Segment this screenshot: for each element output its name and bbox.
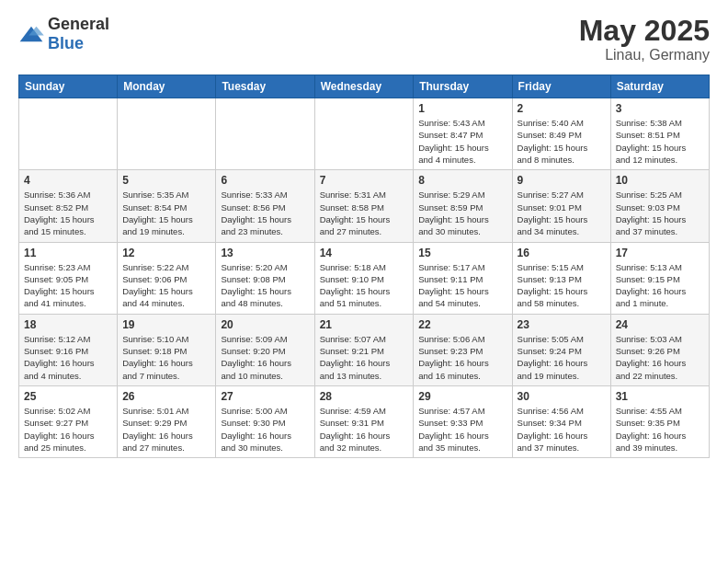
day-number: 29 [418,390,506,403]
logo-icon [18,24,44,44]
day-info: Sunrise: 5:33 AM Sunset: 8:56 PM Dayligh… [221,189,309,237]
day-number: 1 [418,102,506,115]
day-number: 27 [221,390,309,403]
day-info: Sunrise: 5:09 AM Sunset: 9:20 PM Dayligh… [221,333,309,382]
day-number: 20 [221,318,309,331]
day-number: 2 [518,102,606,115]
calendar-cell: 8Sunrise: 5:29 AM Sunset: 8:59 PM Daylig… [414,170,512,242]
day-number: 30 [518,390,606,403]
calendar-cell: 16Sunrise: 5:15 AM Sunset: 9:13 PM Dayli… [512,242,610,314]
day-info: Sunrise: 5:43 AM Sunset: 8:47 PM Dayligh… [418,117,506,166]
day-number: 16 [518,247,606,259]
day-info: Sunrise: 5:07 AM Sunset: 9:21 PM Dayligh… [320,333,409,382]
day-info: Sunrise: 5:29 AM Sunset: 8:59 PM Dayligh… [418,189,506,237]
day-number: 31 [616,390,704,403]
calendar-subtitle: Linau, Germany [579,47,710,63]
day-info: Sunrise: 4:59 AM Sunset: 9:31 PM Dayligh… [320,405,409,454]
calendar-cell: 1Sunrise: 5:43 AM Sunset: 8:47 PM Daylig… [414,98,512,170]
calendar-cell: 6Sunrise: 5:33 AM Sunset: 8:56 PM Daylig… [216,170,314,242]
calendar-cell: 2Sunrise: 5:40 AM Sunset: 8:49 PM Daylig… [512,98,610,170]
day-info: Sunrise: 5:12 AM Sunset: 9:16 PM Dayligh… [24,333,112,382]
week-row-5: 25Sunrise: 5:02 AM Sunset: 9:27 PM Dayli… [19,385,710,457]
day-number: 5 [122,174,210,187]
calendar-cell: 25Sunrise: 5:02 AM Sunset: 9:27 PM Dayli… [19,385,118,457]
day-info: Sunrise: 5:13 AM Sunset: 9:15 PM Dayligh… [616,261,704,310]
day-number: 9 [518,174,606,187]
calendar-cell: 5Sunrise: 5:35 AM Sunset: 8:54 PM Daylig… [118,170,216,242]
calendar-cell: 7Sunrise: 5:31 AM Sunset: 8:58 PM Daylig… [314,170,414,242]
day-info: Sunrise: 5:23 AM Sunset: 9:05 PM Dayligh… [24,261,112,310]
day-info: Sunrise: 5:17 AM Sunset: 9:11 PM Dayligh… [418,261,506,310]
day-number: 4 [24,174,112,187]
day-info: Sunrise: 4:57 AM Sunset: 9:33 PM Dayligh… [418,405,506,454]
calendar-cell: 24Sunrise: 5:03 AM Sunset: 9:26 PM Dayli… [610,314,709,385]
calendar-cell: 28Sunrise: 4:59 AM Sunset: 9:31 PM Dayli… [314,385,414,457]
calendar-cell: 4Sunrise: 5:36 AM Sunset: 8:52 PM Daylig… [19,170,118,242]
day-number: 10 [616,174,704,187]
calendar-cell: 14Sunrise: 5:18 AM Sunset: 9:10 PM Dayli… [314,242,414,314]
calendar-cell [19,98,118,170]
day-number: 12 [122,247,210,259]
day-info: Sunrise: 5:00 AM Sunset: 9:30 PM Dayligh… [221,405,309,454]
title-area: May 2025 Linau, Germany [579,15,710,63]
calendar-table: SundayMondayTuesdayWednesdayThursdayFrid… [18,75,710,458]
calendar-cell: 12Sunrise: 5:22 AM Sunset: 9:06 PM Dayli… [118,242,216,314]
day-number: 8 [418,174,506,187]
header-day-monday: Monday [118,75,216,98]
day-info: Sunrise: 5:15 AM Sunset: 9:13 PM Dayligh… [518,261,606,310]
calendar-cell [314,98,414,170]
day-info: Sunrise: 5:06 AM Sunset: 9:23 PM Dayligh… [418,333,506,382]
day-number: 28 [320,390,409,403]
calendar-cell: 29Sunrise: 4:57 AM Sunset: 9:33 PM Dayli… [414,385,512,457]
week-row-3: 11Sunrise: 5:23 AM Sunset: 9:05 PM Dayli… [19,242,710,314]
day-info: Sunrise: 5:38 AM Sunset: 8:51 PM Dayligh… [616,117,704,166]
day-number: 24 [616,318,704,331]
calendar-header: SundayMondayTuesdayWednesdayThursdayFrid… [19,75,710,98]
header-day-tuesday: Tuesday [216,75,314,98]
calendar-cell: 15Sunrise: 5:17 AM Sunset: 9:11 PM Dayli… [414,242,512,314]
calendar-body: 1Sunrise: 5:43 AM Sunset: 8:47 PM Daylig… [19,98,710,458]
calendar-cell [216,98,314,170]
day-number: 15 [418,247,506,259]
day-info: Sunrise: 4:56 AM Sunset: 9:34 PM Dayligh… [518,405,606,454]
logo: General Blue [18,15,109,53]
day-number: 21 [320,318,409,331]
calendar-cell [118,98,216,170]
day-number: 13 [221,247,309,259]
day-info: Sunrise: 5:40 AM Sunset: 8:49 PM Dayligh… [518,117,606,166]
day-info: Sunrise: 5:01 AM Sunset: 9:29 PM Dayligh… [122,405,210,454]
day-number: 3 [616,102,704,115]
day-number: 11 [24,247,112,259]
calendar-cell: 18Sunrise: 5:12 AM Sunset: 9:16 PM Dayli… [19,314,118,385]
day-number: 19 [122,318,210,331]
calendar-cell: 19Sunrise: 5:10 AM Sunset: 9:18 PM Dayli… [118,314,216,385]
day-info: Sunrise: 5:35 AM Sunset: 8:54 PM Dayligh… [122,189,210,237]
day-info: Sunrise: 5:05 AM Sunset: 9:24 PM Dayligh… [518,333,606,382]
day-info: Sunrise: 5:27 AM Sunset: 9:01 PM Dayligh… [518,189,606,237]
day-info: Sunrise: 4:55 AM Sunset: 9:35 PM Dayligh… [616,405,704,454]
calendar-cell: 21Sunrise: 5:07 AM Sunset: 9:21 PM Dayli… [314,314,414,385]
calendar-cell: 26Sunrise: 5:01 AM Sunset: 9:29 PM Dayli… [118,385,216,457]
day-number: 23 [518,318,606,331]
day-info: Sunrise: 5:02 AM Sunset: 9:27 PM Dayligh… [24,405,112,454]
day-info: Sunrise: 5:03 AM Sunset: 9:26 PM Dayligh… [616,333,704,382]
logo-text-general: General [48,15,109,33]
week-row-4: 18Sunrise: 5:12 AM Sunset: 9:16 PM Dayli… [19,314,710,385]
header-day-friday: Friday [512,75,610,98]
calendar-cell: 27Sunrise: 5:00 AM Sunset: 9:30 PM Dayli… [216,385,314,457]
day-number: 6 [221,174,309,187]
calendar-cell: 10Sunrise: 5:25 AM Sunset: 9:03 PM Dayli… [610,170,709,242]
header-row: SundayMondayTuesdayWednesdayThursdayFrid… [19,75,710,98]
day-info: Sunrise: 5:18 AM Sunset: 9:10 PM Dayligh… [320,261,409,310]
day-info: Sunrise: 5:22 AM Sunset: 9:06 PM Dayligh… [122,261,210,310]
calendar-cell: 11Sunrise: 5:23 AM Sunset: 9:05 PM Dayli… [19,242,118,314]
day-number: 26 [122,390,210,403]
page-header: General Blue May 2025 Linau, Germany [18,15,710,63]
calendar-cell: 20Sunrise: 5:09 AM Sunset: 9:20 PM Dayli… [216,314,314,385]
day-info: Sunrise: 5:25 AM Sunset: 9:03 PM Dayligh… [616,189,704,237]
calendar-cell: 9Sunrise: 5:27 AM Sunset: 9:01 PM Daylig… [512,170,610,242]
calendar-cell: 17Sunrise: 5:13 AM Sunset: 9:15 PM Dayli… [610,242,709,314]
day-info: Sunrise: 5:31 AM Sunset: 8:58 PM Dayligh… [320,189,409,237]
header-day-saturday: Saturday [610,75,709,98]
week-row-2: 4Sunrise: 5:36 AM Sunset: 8:52 PM Daylig… [19,170,710,242]
